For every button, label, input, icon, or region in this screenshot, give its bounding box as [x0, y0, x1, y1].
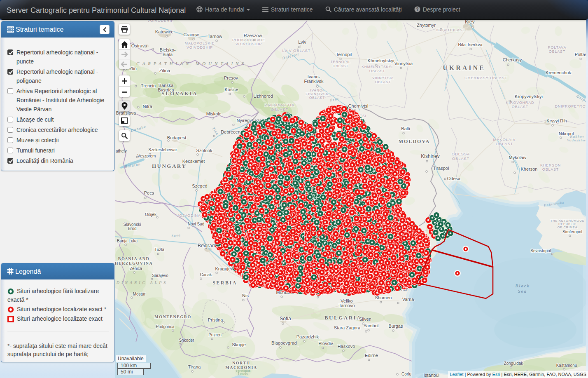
svg-text:MAŁOPOLSKIE: MAŁOPOLSKIE: [185, 41, 215, 45]
svg-text:OBLAST: OBLAST: [375, 80, 391, 84]
svg-text:Lviv: Lviv: [298, 40, 306, 45]
svg-text:MOLDOVA: MOLDOVA: [399, 139, 430, 144]
svg-text:MONTENEGRO: MONTENEGRO: [154, 315, 191, 319]
svg-text:VOIVODSHIP: VOIVODSHIP: [236, 42, 262, 46]
svg-text:Cherkasy: Cherkasy: [503, 57, 522, 62]
svg-text:OBLAST: OBLAST: [369, 69, 385, 73]
svg-text:OBLAST: OBLAST: [496, 141, 513, 146]
svg-text:Balti: Balti: [401, 126, 410, 131]
svg-text:Kryvyi Rih: Kryvyi Rih: [546, 118, 567, 123]
svg-text:Zilina: Zilina: [159, 68, 170, 73]
svg-text:KHERSON: KHERSON: [540, 163, 561, 167]
svg-text:Tarnovo: Tarnovo: [338, 303, 355, 308]
svg-text:UKRAINE: UKRAINE: [443, 64, 485, 71]
svg-text:Edirne: Edirne: [365, 353, 378, 358]
svg-text:Istanbul: Istanbul: [424, 373, 440, 378]
svg-text:?: ?: [416, 7, 418, 12]
svg-text:Chernivtsi: Chernivtsi: [348, 103, 369, 108]
svg-text:Ostrava: Ostrava: [131, 43, 147, 48]
svg-text:Trencin: Trencin: [141, 83, 156, 88]
svg-text:Tirana: Tirana: [188, 364, 201, 369]
svg-text:HERZEGOVINA: HERZEGOVINA: [115, 261, 153, 265]
svg-text:Sevastopol: Sevastopol: [530, 249, 551, 253]
svg-text:DNIPROPETROVSK: DNIPROPETROVSK: [555, 104, 586, 108]
svg-text:Ternopil: Ternopil: [336, 52, 352, 57]
svg-text:Podgorica: Podgorica: [156, 324, 174, 329]
svg-text:Nis: Nis: [242, 293, 249, 298]
svg-text:CHERKASY OBLAST: CHERKASY OBLAST: [464, 75, 507, 80]
svg-text:Kecskemet: Kecskemet: [182, 159, 205, 164]
svg-text:PODKARPACKIE: PODKARPACKIE: [232, 38, 265, 42]
svg-text:Uzhhorod: Uzhhorod: [253, 94, 273, 99]
svg-text:ZAKARPATTIA: ZAKARPATTIA: [265, 103, 294, 107]
svg-text:Yambol: Yambol: [364, 323, 378, 328]
svg-text:Sliven: Sliven: [359, 317, 371, 322]
svg-text:Vodoskhov: Vodoskhov: [567, 138, 586, 142]
svg-text:Presov: Presov: [224, 75, 238, 80]
svg-text:Debrecen: Debrecen: [221, 129, 240, 134]
svg-text:Brod: Brod: [128, 226, 136, 231]
svg-text:VINNYTSIA: VINNYTSIA: [372, 76, 394, 80]
svg-text:Szolnok: Szolnok: [196, 148, 212, 153]
svg-text:Biala: Biala: [163, 52, 173, 57]
svg-text:Sarajevo: Sarajevo: [152, 273, 168, 278]
svg-text:Tarnow: Tarnow: [208, 34, 222, 39]
svg-text:Osijek: Osijek: [145, 212, 157, 217]
svg-text:Zonguldak: Zonguldak: [504, 361, 524, 366]
svg-text:Corlu: Corlu: [401, 372, 411, 376]
svg-text:Simferopol: Simferopol: [562, 230, 582, 234]
svg-text:Szekesfehervar: Szekesfehervar: [148, 148, 177, 152]
svg-text:Kremenchuk: Kremenchuk: [546, 70, 571, 75]
svg-text:Zhytomyr: Zhytomyr: [417, 23, 436, 28]
svg-text:Rzeszow: Rzeszow: [244, 33, 262, 38]
svg-text:OF CRIMEA: OF CRIMEA: [558, 225, 578, 229]
svg-text:Frankivsk: Frankivsk: [304, 79, 324, 84]
svg-text:POLTAVA: POLTAVA: [548, 45, 566, 49]
svg-text:Stara Zagora: Stara Zagora: [334, 325, 361, 330]
svg-text:Sea: Sea: [518, 289, 527, 293]
svg-text:Blagoevgrad: Blagoevgrad: [271, 340, 297, 345]
svg-text:Sava: Sava: [171, 233, 181, 238]
svg-text:VOIVODSHIP: VOIVODSHIP: [187, 45, 213, 49]
svg-text:Budapest: Budapest: [167, 135, 186, 140]
svg-text:LVIV OBLAST: LVIV OBLAST: [282, 48, 311, 53]
svg-text:OBLAST: OBLAST: [452, 156, 469, 161]
svg-text:BOSNIA AND: BOSNIA AND: [118, 256, 149, 261]
svg-text:OBLAST: OBLAST: [309, 96, 325, 100]
svg-text:CARPATHIAN MOUNTAINS: CARPATHIAN MOUNTAINS: [136, 61, 247, 66]
svg-text:BULGARIA: BULGARIA: [324, 315, 362, 321]
svg-text:Cacak: Cacak: [200, 272, 212, 277]
svg-text:athely: athely: [116, 149, 127, 153]
svg-text:Burgas: Burgas: [389, 324, 403, 329]
svg-text:DINARIC ALPS: DINARIC ALPS: [116, 280, 168, 285]
svg-text:Novi Sad: Novi Sad: [188, 222, 205, 226]
svg-text:Tiraspol: Tiraspol: [433, 166, 449, 171]
svg-text:Limnis: Limnis: [238, 372, 247, 376]
svg-text:Kastamonu: Kastamonu: [556, 363, 577, 368]
svg-text:NORTH: NORTH: [232, 361, 250, 365]
svg-text:OBLAST: OBLAST: [512, 105, 528, 109]
svg-text:SERBIA: SERBIA: [212, 280, 237, 286]
svg-text:Nitra: Nitra: [142, 104, 152, 109]
svg-text:Shkoder: Shkoder: [179, 338, 194, 343]
svg-text:TERNOPIL: TERNOPIL: [331, 60, 351, 64]
svg-text:Banja Luka: Banja Luka: [117, 239, 138, 243]
svg-text:Kherson: Kherson: [521, 167, 538, 171]
svg-text:Sofia: Sofia: [280, 316, 291, 322]
svg-text:Belgrade: Belgrade: [198, 243, 217, 249]
svg-text:OBLAST: OBLAST: [542, 167, 559, 171]
svg-text:Mykolaiv: Mykolaiv: [509, 155, 527, 160]
svg-text:Zlin: Zlin: [129, 66, 137, 71]
svg-text:Plovdiv: Plovdiv: [318, 341, 333, 346]
svg-text:Kishinev: Kishinev: [421, 153, 439, 159]
svg-text:Miskolc: Miskolc: [206, 111, 222, 116]
svg-text:VOJVODINA: VOJVODINA: [176, 214, 201, 218]
svg-text:Poltava: Poltava: [575, 52, 586, 57]
svg-text:Kosice: Kosice: [224, 87, 238, 92]
svg-text:Tuzla: Tuzla: [154, 247, 165, 252]
svg-text:Prizren: Prizren: [208, 333, 222, 337]
svg-text:Bila Tserkva: Bila Tserkva: [458, 42, 483, 47]
svg-text:VOIVODSHIP: VOIVODSHIP: [147, 20, 174, 23]
svg-text:ODESSA: ODESSA: [452, 152, 470, 156]
svg-text:Cracow: Cracow: [183, 32, 198, 37]
